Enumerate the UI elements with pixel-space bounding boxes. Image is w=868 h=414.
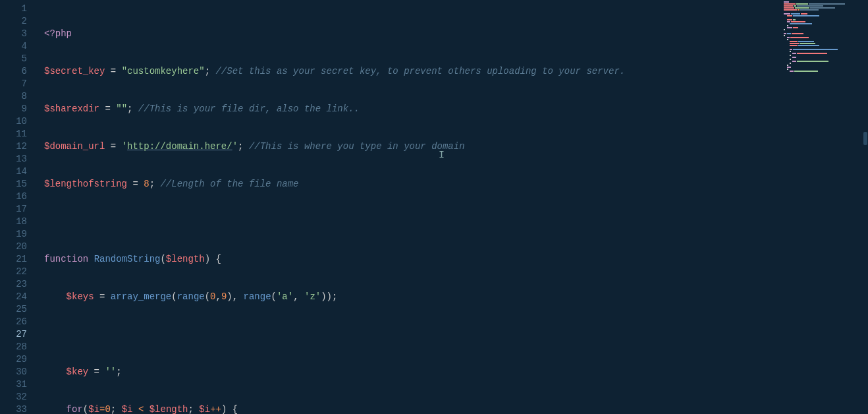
code-line[interactable]: <?php bbox=[36, 28, 780, 40]
line-number: 13 bbox=[0, 153, 27, 165]
line-number: 15 bbox=[0, 178, 27, 191]
line-number: 17 bbox=[0, 203, 27, 216]
code-line[interactable] bbox=[36, 216, 780, 228]
code-line[interactable]: $secret_key = "customkeyhere"; //Set thi… bbox=[36, 65, 780, 78]
line-number: 32 bbox=[0, 391, 27, 403]
code-area[interactable]: <?php $secret_key = "customkeyhere"; //S… bbox=[36, 0, 780, 414]
code-line[interactable]: $keys = array_merge(range(0,9), range('a… bbox=[36, 291, 780, 303]
line-number: 23 bbox=[0, 278, 27, 291]
line-number: 1 bbox=[0, 3, 27, 15]
code-line[interactable]: $sharexdir = ""; //This is your file dir… bbox=[36, 103, 780, 115]
line-number: 22 bbox=[0, 266, 27, 278]
line-number: 14 bbox=[0, 165, 27, 178]
line-number: 27 bbox=[0, 328, 27, 341]
vertical-scrollbar[interactable] bbox=[863, 0, 868, 414]
line-number: 10 bbox=[0, 115, 27, 128]
code-line[interactable]: $lengthofstring = 8; //Length of the fil… bbox=[36, 178, 780, 191]
line-number: 33 bbox=[0, 403, 27, 414]
code-line[interactable]: function RandomString($length) { bbox=[36, 253, 780, 266]
code-line[interactable]: for($i=0; $i < $length; $i++) { bbox=[36, 403, 780, 414]
line-number: 31 bbox=[0, 378, 27, 391]
line-number: 16 bbox=[0, 191, 27, 203]
line-number: 12 bbox=[0, 140, 27, 153]
line-number: 18 bbox=[0, 216, 27, 228]
line-number: 28 bbox=[0, 341, 27, 353]
line-number: 24 bbox=[0, 291, 27, 303]
line-number: 5 bbox=[0, 53, 27, 65]
line-number: 3 bbox=[0, 28, 27, 40]
line-number: 21 bbox=[0, 253, 27, 266]
line-number: 8 bbox=[0, 90, 27, 103]
line-number: 4 bbox=[0, 40, 27, 53]
minimap[interactable] bbox=[784, 1, 861, 74]
line-number: 25 bbox=[0, 303, 27, 316]
line-number: 30 bbox=[0, 366, 27, 378]
scrollbar-marker bbox=[863, 132, 867, 145]
line-number: 11 bbox=[0, 128, 27, 140]
code-line[interactable]: $key = ''; bbox=[36, 366, 780, 378]
line-number: 9 bbox=[0, 103, 27, 115]
code-editor[interactable]: 1 2 3 4 5 6 7 8 9 10 11 12 13 14 15 16 1… bbox=[0, 0, 780, 414]
code-line[interactable]: $domain_url = 'http://domain.here/'; //T… bbox=[36, 140, 780, 153]
line-number: 26 bbox=[0, 316, 27, 328]
line-number: 7 bbox=[0, 78, 27, 90]
line-number: 2 bbox=[0, 15, 27, 28]
line-number: 19 bbox=[0, 228, 27, 241]
line-number-gutter: 1 2 3 4 5 6 7 8 9 10 11 12 13 14 15 16 1… bbox=[0, 0, 36, 414]
line-number: 20 bbox=[0, 241, 27, 253]
line-number: 29 bbox=[0, 353, 27, 366]
scrollbar-track[interactable] bbox=[863, 0, 868, 414]
code-line[interactable] bbox=[36, 328, 780, 341]
line-number: 6 bbox=[0, 65, 27, 78]
